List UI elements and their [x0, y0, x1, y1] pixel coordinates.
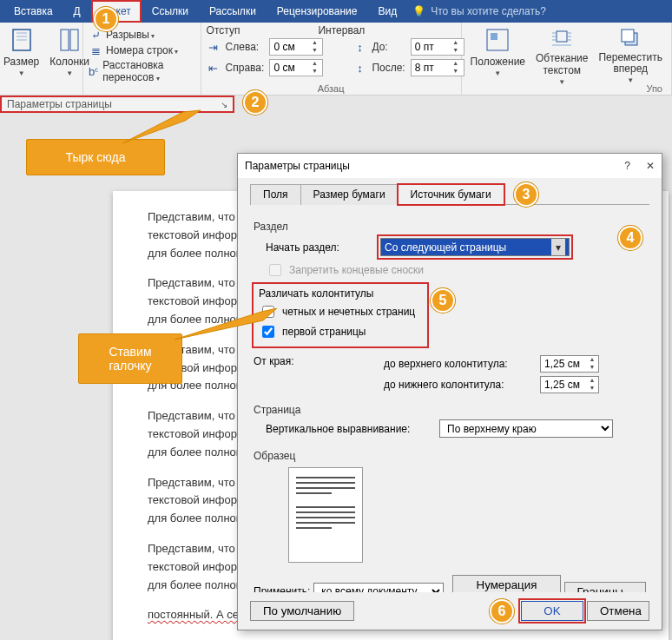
columns-icon: [56, 26, 83, 54]
chevron-down-icon: ▼: [18, 69, 25, 77]
callout-badge-6: [490, 599, 514, 624]
section-start-combo[interactable]: Со следующей страницы ▾: [380, 238, 570, 256]
line-numbers-label: Номера строк: [106, 44, 173, 56]
spacing-before-label: До:: [372, 41, 405, 53]
spacing-after-icon: ↕: [352, 61, 366, 75]
bulb-icon: 💡: [412, 5, 425, 17]
tell-me-label: Что вы хотите сделать?: [431, 5, 546, 17]
help-icon[interactable]: ?: [624, 160, 630, 172]
spacing-after-label: После:: [372, 62, 405, 74]
tab-mailings[interactable]: Рассылки: [199, 0, 267, 23]
ok-button[interactable]: OK: [521, 601, 583, 621]
from-edge-label: От края:: [254, 352, 314, 367]
forward-label: Переместить вперед: [598, 52, 662, 75]
preview-pane: [288, 467, 363, 563]
section-start-value: Со следующей страницы: [385, 241, 506, 254]
to-header-label: до верхнего колонтитула:: [384, 358, 531, 370]
spacing-after-spinner[interactable]: ▲▼: [411, 59, 464, 76]
hyphenation-icon: bᶜ: [89, 64, 99, 78]
dialog-tabs: Поля Размер бумаги Источник бумаги: [250, 183, 649, 205]
tab-paper-source[interactable]: Источник бумаги: [398, 184, 504, 205]
position-label: Положение: [471, 56, 525, 68]
position-icon: [484, 26, 511, 54]
size-label: Размер: [3, 56, 39, 68]
close-icon[interactable]: ✕: [646, 160, 655, 172]
svg-rect-5: [557, 31, 567, 42]
chevron-down-icon: ▼: [494, 69, 501, 77]
callout-5: Ставим галочку: [78, 333, 182, 384]
header-distance-spinner[interactable]: ▲▼: [540, 355, 599, 373]
hyphenation-button[interactable]: bᶜ Расстановка переносов ▾: [89, 59, 195, 83]
arrange-group-title: Упо: [467, 82, 666, 94]
chevron-down-icon: ▾: [551, 239, 565, 255]
suppress-endnotes-label: Запретить концевые сноски: [289, 264, 424, 276]
dialog-launcher-icon: ↘: [221, 100, 227, 109]
section-start-label: Начать раздел:: [266, 241, 339, 254]
page-setup-label: Параметры страницы: [7, 98, 112, 110]
valign-combo[interactable]: По верхнему краю: [439, 419, 613, 438]
spacing-header: Интервал: [318, 24, 365, 36]
section-header: Раздел: [254, 221, 646, 233]
wrap-label: Обтекание текстом: [536, 52, 588, 76]
bring-forward-icon: [616, 26, 644, 50]
svg-rect-2: [70, 30, 78, 50]
to-footer-label: до нижнего колонтитула:: [384, 379, 531, 391]
cancel-button[interactable]: Отмена: [587, 601, 649, 621]
line-numbers-icon: ≣: [89, 43, 102, 57]
indent-header: Отступ: [207, 24, 240, 36]
indent-left-label: Слева:: [226, 41, 265, 53]
callout-badge-2: [243, 90, 267, 115]
valign-label: Вертикальное выравнивание:: [266, 423, 431, 435]
footer-distance-spinner[interactable]: ▲▼: [540, 376, 599, 393]
tab-references[interactable]: Ссылки: [142, 0, 199, 23]
paragraph-group-title: Абзац: [207, 82, 456, 94]
odd-even-label: четных и нечетных страниц: [282, 306, 415, 318]
indent-right-spinner[interactable]: ▲▼: [269, 59, 323, 76]
indent-right-icon: ⇤: [207, 61, 221, 75]
callout-2-text: Тырк сюда: [66, 150, 126, 164]
tab-fields[interactable]: Поля: [250, 184, 301, 205]
spacing-before-icon: ↕: [352, 40, 366, 54]
preview-header: Образец: [254, 450, 646, 462]
indent-left-spinner[interactable]: ▲▼: [269, 38, 323, 56]
indent-left-icon: ⇥: [207, 40, 221, 54]
wrap-icon: [548, 26, 576, 50]
indent-right-label: Справа:: [226, 62, 265, 74]
page-setup-dialog: Параметры страницы ? ✕ Поля Размер бумаг…: [237, 153, 662, 630]
first-page-label: первой страницы: [282, 326, 366, 338]
dialog-title-text: Параметры страницы: [245, 160, 350, 172]
callout-badge-3: [514, 182, 538, 207]
dialog-titlebar: Параметры страницы ? ✕: [238, 154, 662, 178]
wrap-text-button[interactable]: Обтекание текстом ▼: [532, 24, 591, 80]
suppress-endnotes-checkbox: Запретить концевые сноски: [266, 261, 646, 279]
spacing-before-spinner[interactable]: ▲▼: [411, 38, 464, 56]
size-button[interactable]: Размер ▼: [0, 24, 43, 80]
tell-me[interactable]: 💡 Что вы хотите сделать?: [412, 5, 546, 17]
tab-paper-size[interactable]: Размер бумаги: [300, 184, 399, 205]
line-numbers-button[interactable]: ≣ Номера строк ▾: [89, 43, 195, 57]
tab-insert[interactable]: Вставка: [3, 0, 63, 23]
default-button[interactable]: По умолчанию: [250, 601, 354, 621]
ribbon: Размер ▼ Колонки ▼ ⤶ Разрывы ▾ ≣ Номера …: [0, 23, 672, 96]
tab-view[interactable]: Вид: [368, 0, 408, 23]
svg-rect-4: [491, 33, 497, 40]
position-button[interactable]: Положение ▼: [467, 24, 529, 80]
chevron-down-icon: ▼: [66, 69, 73, 77]
callout-badge-4: [618, 226, 642, 250]
page-size-icon: [8, 26, 36, 54]
callout-badge-1: [94, 7, 118, 31]
callout-5-text: Ставим галочку: [109, 345, 151, 373]
tab-review[interactable]: Рецензирование: [267, 0, 368, 23]
first-page-checkbox[interactable]: первой страницы: [259, 323, 422, 340]
callout-badge-5: [431, 288, 455, 313]
bring-forward-button[interactable]: Переместить вперед ▼: [595, 24, 666, 80]
page-section-header: Страница: [254, 404, 646, 416]
odd-even-checkbox[interactable]: четных и нечетных страниц: [259, 303, 422, 320]
headers-footers-header: Различать колонтитулы: [259, 287, 422, 300]
svg-rect-1: [61, 30, 69, 50]
tab-design[interactable]: Д: [63, 0, 91, 23]
breaks-label: Разрывы: [106, 29, 149, 41]
callout-2: Тырк сюда: [26, 139, 165, 175]
svg-rect-7: [622, 30, 634, 42]
